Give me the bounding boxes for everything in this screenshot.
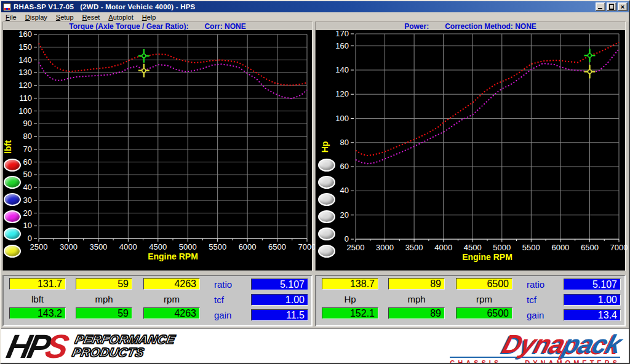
peak-value-mph: 89 xyxy=(388,307,445,319)
y-tick-label: 80 xyxy=(23,132,32,141)
minimize-button[interactable] xyxy=(596,2,605,11)
peak-value-rpm: 6500 xyxy=(456,307,512,319)
y-tick-label: 60 xyxy=(23,157,32,167)
y-tick-label: 100 xyxy=(18,106,32,116)
dynapack-chassis-text: CHASSIS xyxy=(450,359,501,364)
x-tick-label: 6000 xyxy=(551,243,569,252)
run-select-button-gray-3[interactable] xyxy=(318,193,335,206)
window-title: RHAS-SP V1.7-05 (2WD - Motor Vehicle 400… xyxy=(14,3,195,10)
window-controls: × xyxy=(596,2,628,11)
cursor-cross-yellow xyxy=(584,65,595,78)
axes xyxy=(351,34,619,242)
power-chart-title: Power: xyxy=(404,22,429,30)
torque-correction-status: Corr: NONE xyxy=(204,22,245,30)
title-bar[interactable]: RHAS-SP V1.7-05 (2WD - Motor Vehicle 400… xyxy=(1,1,629,12)
gridlines xyxy=(356,34,619,239)
y-tick-label: 50 xyxy=(23,170,32,179)
dynapack-logo-text: Dynapack xyxy=(500,333,623,356)
torque-chart-header: Torque (Axle Torque / Gear Ratio): Corr:… xyxy=(3,22,312,30)
menu-item-help[interactable]: Help xyxy=(138,13,161,22)
param-label-tcf: tcf xyxy=(214,294,249,306)
unit-label-mph: mph xyxy=(388,293,445,305)
peak-value-hp: 152.1 xyxy=(322,307,378,319)
peak-value-rpm: 4263 xyxy=(143,307,200,319)
y-tick-label: 160 xyxy=(335,41,349,50)
run-select-button-green[interactable] xyxy=(4,176,21,189)
y-tick-label: 140 xyxy=(18,55,32,65)
run-select-button-cyan[interactable] xyxy=(4,228,21,240)
menu-item-setup[interactable]: Setup xyxy=(52,13,78,22)
y-tick-label: 60 xyxy=(340,162,349,171)
x-tick-label: 4500 xyxy=(464,243,482,252)
y-tick-label: 20 xyxy=(340,210,349,220)
data-series xyxy=(356,42,619,164)
gridlines xyxy=(39,34,307,239)
power-chart-plot[interactable]: 0204060801001201401601702500300035004000… xyxy=(316,30,625,271)
x-tick-label: 4000 xyxy=(434,243,452,252)
x-tick-label: 5500 xyxy=(522,243,540,252)
x-tick-label: 6000 xyxy=(239,242,257,251)
peak-value-lbft: 143.2 xyxy=(9,307,66,319)
x-axis-label: Engine RPM xyxy=(148,251,198,261)
x-tick-label: 6500 xyxy=(268,242,286,251)
cursor-value-rpm: 6500 xyxy=(456,278,512,290)
menu-item-file[interactable]: File xyxy=(1,13,21,22)
hps-logo-text: HPS xyxy=(4,330,68,362)
y-tick-label: 0 xyxy=(28,234,32,243)
menu-item-display[interactable]: Display xyxy=(21,13,52,22)
run-select-button-magenta[interactable] xyxy=(4,210,21,223)
close-button[interactable]: × xyxy=(618,2,628,11)
restore-icon xyxy=(609,4,614,9)
x-tick-label: 7000 xyxy=(610,243,628,252)
run-select-button-gray-4[interactable] xyxy=(318,210,335,223)
cursor-cross-green xyxy=(584,49,595,62)
param-value-gain: 13.4 xyxy=(564,309,621,321)
cursor-value-mph: 89 xyxy=(388,278,445,290)
hps-products-text: PRODUCTS xyxy=(71,346,174,359)
x-axis-label: Engine RPM xyxy=(462,252,512,262)
x-tick-label: 3000 xyxy=(60,242,78,251)
x-tick-label: 5000 xyxy=(179,242,197,251)
run-select-button-gray-1[interactable] xyxy=(318,159,335,172)
torque-chart-plot[interactable]: 0102030405060708090100110120130140150160… xyxy=(3,30,312,271)
y-axis-label: Hp xyxy=(320,141,330,153)
y-axis-label: lbft xyxy=(3,140,13,154)
x-tick-label: 4500 xyxy=(149,242,167,251)
run-select-button-red[interactable] xyxy=(4,159,21,172)
power-chart-panel: Power: Correction Method: NONE 020406080… xyxy=(315,22,626,271)
power-readout-panel: 138.7Hp152.189mph896500rpm6500ratio5.107… xyxy=(315,275,626,326)
menu-bar: FileDisplaySetupResetAutoplotHelp xyxy=(1,12,629,22)
menu-item-autoplot[interactable]: Autoplot xyxy=(104,13,137,22)
restore-button[interactable] xyxy=(607,2,616,11)
x-tick-label: 6500 xyxy=(581,243,599,252)
param-value-tcf: 1.00 xyxy=(564,294,621,306)
y-tick-label: 110 xyxy=(19,93,32,103)
run-select-button-yellow[interactable] xyxy=(4,245,21,258)
x-tick-label: 5000 xyxy=(493,243,511,252)
x-tick-label: 3500 xyxy=(405,243,423,252)
param-value-tcf: 1.00 xyxy=(251,294,308,306)
x-tick-label: 2500 xyxy=(347,243,365,252)
run-select-button-gray-6[interactable] xyxy=(318,245,335,258)
dynapack-dynamometers-text: DYNAMOMETERS xyxy=(525,359,620,364)
param-label-gain: gain xyxy=(527,309,561,321)
y-tick-label: 150 xyxy=(18,42,32,52)
param-label-ratio: ratio xyxy=(214,279,249,290)
hps-logo: HPS PERFORMANCE PRODUCTS xyxy=(7,330,173,362)
run-1-torque-curve xyxy=(39,44,307,85)
close-icon: × xyxy=(618,3,627,10)
menu-item-reset[interactable]: Reset xyxy=(78,13,105,22)
y-tick-label: 160 xyxy=(18,30,32,39)
x-tick-label: 3000 xyxy=(376,243,394,252)
y-tick-label: 40 xyxy=(340,186,349,195)
torque-chart-title: Torque (Axle Torque / Gear Ratio): xyxy=(69,22,188,30)
run-select-button-gray-2[interactable] xyxy=(318,176,335,189)
hps-logo-words: PERFORMANCE PRODUCTS xyxy=(71,333,177,359)
y-tick-label: 70 xyxy=(23,144,32,154)
run-select-button-blue[interactable] xyxy=(4,193,21,206)
data-series xyxy=(39,44,307,99)
dynapack-logo: Dynapack CHASSIS DYNAMOMETERS xyxy=(450,333,620,364)
run-select-button-gray-5[interactable] xyxy=(318,228,335,240)
y-tick-label: 10 xyxy=(23,221,32,230)
unit-label-mph: mph xyxy=(76,293,132,305)
